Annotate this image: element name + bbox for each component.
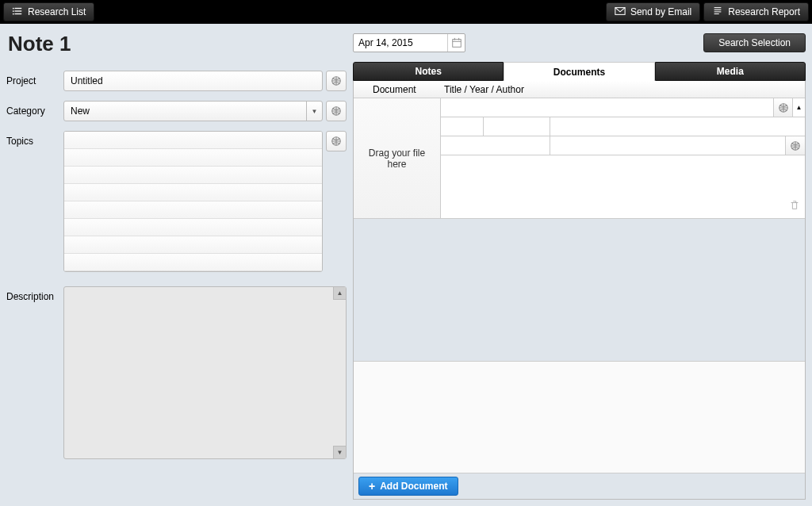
doc-cell-b[interactable] [484, 117, 550, 136]
trash-button[interactable] [789, 200, 800, 213]
row-project: Project [6, 71, 347, 91]
row-topics: Topics [6, 131, 347, 272]
list-icon [12, 6, 23, 19]
label-topics: Topics [6, 131, 63, 147]
research-list-button[interactable]: Research List [3, 2, 94, 21]
doc-title-input[interactable] [441, 98, 773, 116]
list-item[interactable] [64, 201, 322, 219]
field-category: New ▼ [63, 101, 347, 121]
search-selection-button[interactable]: Search Selection [703, 33, 806, 52]
row-description: Description ▲ ▼ [6, 286, 347, 459]
tabs: Notes Documents Media [353, 62, 806, 81]
label-project: Project [6, 71, 63, 86]
list-item[interactable] [64, 236, 322, 254]
documents-lower: + Add Document [354, 219, 805, 499]
documents-panel: Document Title / Year / Author Drag your… [353, 81, 806, 500]
field-topics [63, 131, 347, 272]
add-document-bar: + Add Document [354, 473, 805, 499]
globe-icon [331, 75, 342, 86]
svg-point-3 [13, 7, 14, 9]
date-value: Apr 14, 2015 [358, 37, 413, 48]
svg-point-4 [13, 10, 14, 12]
description-textarea[interactable]: ▲ ▼ [63, 286, 347, 459]
category-value: New [71, 105, 90, 117]
list-item[interactable] [64, 184, 322, 201]
chevron-down-icon: ▼ [306, 102, 322, 121]
documents-header: Document Title / Year / Author [354, 81, 805, 98]
doc-author-a[interactable] [441, 136, 550, 155]
right-top-row: Apr 14, 2015 Search Selection [353, 32, 806, 54]
scroll-up-icon[interactable]: ▲ [333, 287, 346, 300]
field-project [63, 71, 347, 91]
research-report-label: Research Report [728, 6, 800, 17]
doc-author-b[interactable] [550, 136, 786, 155]
left-pane: Note 1 Project Category New ▼ [0, 24, 353, 506]
topics-globe-button[interactable] [326, 131, 347, 151]
doc-author-globe-button[interactable] [786, 136, 805, 155]
document-entry: Drag your file here ▲ [354, 98, 805, 219]
add-document-button[interactable]: + Add Document [358, 477, 458, 496]
document-fields: ▲ [441, 98, 805, 218]
main-area: Note 1 Project Category New ▼ [0, 24, 812, 506]
svg-point-5 [13, 13, 14, 14]
list-item[interactable] [64, 254, 322, 271]
scroll-down-icon[interactable]: ▼ [333, 446, 346, 458]
field-description: ▲ ▼ [63, 286, 347, 459]
doc-title-row: ▲ [441, 98, 805, 117]
top-toolbar: Research List Send by Email Research Rep… [0, 0, 812, 24]
mail-icon [615, 6, 626, 19]
doc-cell-a[interactable] [441, 117, 484, 136]
tab-notes[interactable]: Notes [353, 62, 504, 81]
calendar-button[interactable] [447, 34, 465, 52]
list-item[interactable] [64, 132, 322, 149]
doc-year-row [441, 117, 805, 136]
documents-detail-area [354, 361, 805, 473]
tab-media[interactable]: Media [655, 62, 806, 81]
date-input[interactable]: Apr 14, 2015 [353, 33, 465, 52]
send-email-button[interactable]: Send by Email [606, 2, 700, 21]
category-globe-button[interactable] [326, 101, 347, 121]
svg-rect-14 [452, 40, 461, 48]
project-input[interactable] [63, 71, 323, 91]
add-document-label: Add Document [380, 481, 447, 492]
globe-icon [790, 140, 801, 151]
file-drop-zone[interactable]: Drag your file here [354, 98, 441, 218]
category-select[interactable]: New ▼ [63, 101, 323, 121]
research-report-button[interactable]: Research Report [703, 2, 809, 21]
label-description: Description [6, 286, 63, 302]
documents-empty-area [354, 219, 805, 361]
right-pane: Apr 14, 2015 Search Selection Notes Docu… [353, 24, 812, 506]
tab-documents[interactable]: Documents [504, 62, 654, 81]
topics-list[interactable] [63, 131, 323, 272]
list-item[interactable] [64, 149, 322, 167]
topbar-left: Research List [3, 2, 94, 21]
page-title: Note 1 [6, 32, 347, 56]
project-globe-button[interactable] [326, 71, 347, 91]
plus-icon: + [369, 480, 375, 493]
trash-icon [789, 200, 800, 211]
globe-icon [331, 136, 342, 147]
globe-icon [778, 102, 789, 113]
scroll-up-icon[interactable]: ▲ [792, 98, 805, 117]
col-document: Document [354, 84, 441, 95]
label-category: Category [6, 101, 63, 117]
list-item[interactable] [64, 167, 322, 184]
row-category: Category New ▼ [6, 101, 347, 121]
doc-title-globe-button[interactable] [773, 98, 792, 117]
calendar-icon [451, 37, 462, 48]
doc-notes-area[interactable] [441, 155, 805, 218]
col-title-year-author: Title / Year / Author [441, 84, 778, 95]
send-email-label: Send by Email [630, 6, 691, 17]
list-item[interactable] [64, 219, 322, 236]
research-list-label: Research List [28, 6, 86, 17]
doc-cell-c [550, 117, 805, 136]
globe-icon [331, 105, 342, 117]
topbar-right: Send by Email Research Report [606, 2, 809, 21]
doc-author-row [441, 136, 805, 155]
report-icon [712, 6, 723, 19]
